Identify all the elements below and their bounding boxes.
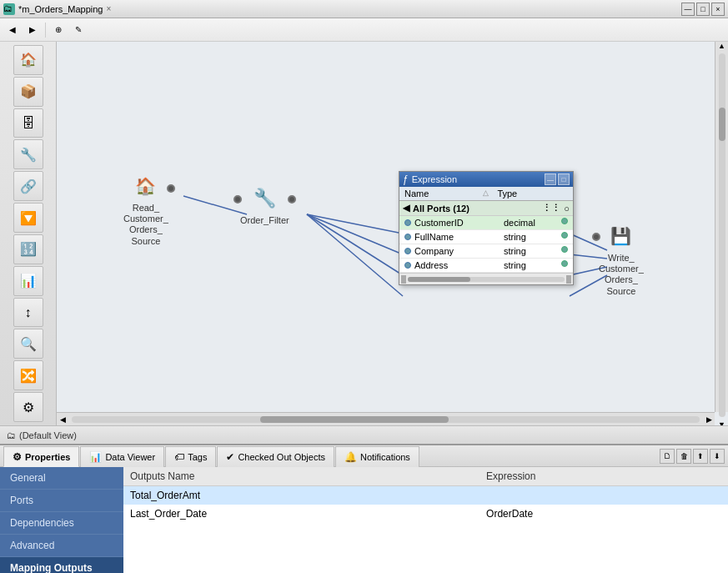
tool-transform[interactable]: 🔧	[13, 139, 43, 169]
widget-h-scrollbar[interactable]	[399, 273, 573, 284]
v-scroll-up[interactable]: ▲	[715, 42, 728, 50]
widget-controls: — □	[545, 173, 570, 185]
canvas-area: 🏠 📦 🗄 🔧 🔗 🔽 🔢 📊 ↕ 🔍 🔀 ⚙ �	[0, 42, 728, 425]
port-row-address[interactable]: Address string	[399, 259, 573, 273]
edit-button[interactable]: ✎	[69, 21, 88, 39]
title-bar: 🗂 *m_Orders_Mapping × — □ ×	[0, 0, 728, 18]
svg-line-4	[307, 214, 403, 296]
port-name-cell: Company	[399, 244, 499, 259]
nav-general[interactable]: General	[0, 467, 123, 490]
port-type-cell: decimal	[499, 216, 573, 230]
back-button[interactable]: ◀	[3, 21, 22, 39]
tab-checked-out[interactable]: ✔ Checked Out Objects	[217, 446, 334, 467]
tab-tags[interactable]: 🏷 Tags	[165, 446, 216, 467]
tool-agg[interactable]: 📊	[13, 266, 43, 296]
widget-minimize-btn[interactable]: —	[545, 173, 556, 185]
right-port-dot[interactable]	[561, 260, 568, 267]
nav-mapping-outputs[interactable]: Mapping Outputs	[0, 557, 123, 573]
h-scroll-track[interactable]	[72, 416, 700, 423]
tool-expr[interactable]: 🔢	[13, 234, 43, 264]
h-scroll-thumb[interactable]	[260, 416, 449, 423]
read-node-icon: 🏠	[131, 171, 161, 201]
svg-line-3	[307, 214, 403, 275]
tab-notifications[interactable]: 🔔 Notifications	[335, 446, 419, 467]
left-port-dot[interactable]	[404, 262, 411, 269]
table-row[interactable]: Last_Order_Date OrderDate	[123, 505, 728, 523]
group-port-icon: ○	[564, 204, 570, 214]
panel-controls: 🗋 🗑 ⬆ ⬇	[660, 449, 725, 464]
canvas-h-scrollbar[interactable]: ◀ ▶	[57, 412, 715, 425]
widget-maximize-btn[interactable]: □	[558, 173, 570, 185]
right-port-dot[interactable]	[561, 218, 568, 224]
panel-import-btn[interactable]: ⬇	[710, 449, 725, 464]
tool-lookup[interactable]: 🔍	[13, 329, 43, 359]
left-toolbar: 🏠 📦 🗄 🔧 🔗 🔽 🔢 📊 ↕ 🔍 🔀 ⚙	[0, 42, 57, 425]
filter-input-port[interactable]	[233, 195, 242, 204]
write-input-port[interactable]	[592, 233, 600, 241]
status-label: (Default View)	[19, 430, 77, 440]
filter-output-port[interactable]	[288, 195, 296, 204]
group-expand-icon[interactable]: ◀	[403, 203, 409, 214]
v-scroll-track[interactable]	[719, 53, 725, 417]
tool-source[interactable]: 📦	[13, 77, 43, 107]
tab-data-viewer[interactable]: 📊 Data Viewer	[80, 446, 164, 467]
tool-sort[interactable]: ↕	[13, 298, 43, 328]
close-tab-icon[interactable]: ×	[107, 4, 112, 13]
panel-export-btn[interactable]: ⬆	[693, 449, 708, 464]
port-row-customerid[interactable]: CustomerID decimal	[399, 216, 573, 230]
h-scroll-left[interactable]: ◀	[57, 415, 68, 424]
svg-line-1	[307, 214, 403, 234]
tool-target[interactable]: 🗄	[13, 108, 43, 138]
canvas-work-area[interactable]: 🏠 Read_Customer_Orders_Source 🔧 Order_Fi…	[57, 42, 715, 412]
v-scroll-down[interactable]: ▼	[715, 420, 728, 425]
right-port-dot[interactable]	[561, 246, 568, 253]
v-scroll-thumb[interactable]	[719, 108, 725, 141]
read-output-port[interactable]	[167, 184, 175, 193]
port-row-fullname[interactable]: FullName string	[399, 230, 573, 244]
nav-ports[interactable]: Ports	[0, 490, 123, 512]
col-outputs-name-header: Outputs Name	[123, 467, 479, 486]
tags-tab-icon: 🏷	[174, 451, 184, 463]
nav-dependencies[interactable]: Dependencies	[0, 512, 123, 535]
status-bar: 🗂 (Default View)	[0, 425, 728, 444]
table-header-row: Outputs Name Expression	[123, 467, 728, 486]
tool-filter[interactable]: 🔽	[13, 203, 43, 233]
tool-joiner[interactable]: 🔗	[13, 171, 43, 201]
filter-node[interactable]: 🔧 Order_Filter	[240, 183, 289, 226]
tab-properties[interactable]: ⚙ Properties	[3, 446, 79, 467]
add-button[interactable]: ⊕	[49, 21, 68, 39]
panel-delete-btn[interactable]: 🗑	[676, 449, 691, 464]
h-scroll-right[interactable]: ▶	[703, 415, 715, 424]
properties-tab-icon: ⚙	[13, 451, 22, 463]
window-controls: — □ ×	[681, 3, 725, 16]
tool-custom[interactable]: ⚙	[13, 392, 43, 422]
right-port-dot[interactable]	[561, 232, 568, 239]
tool-router[interactable]: 🔀	[13, 360, 43, 390]
left-port-dot[interactable]	[404, 234, 411, 240]
canvas-v-scrollbar[interactable]: ▲ ▼	[715, 42, 728, 412]
bottom-panel: ⚙ Properties 📊 Data Viewer 🏷 Tags ✔ Chec…	[0, 444, 728, 573]
filter-node-icon: 🔧	[249, 183, 279, 214]
write-node[interactable]: 💾 Write_Customer_Orders_Source	[599, 221, 644, 297]
outputs-table: Outputs Name Expression Total_OrderAmt L…	[123, 467, 728, 523]
expression-titlebar[interactable]: ƒ Expression — □	[399, 172, 573, 187]
tags-tab-label: Tags	[188, 452, 207, 462]
port-type-cell: string	[499, 259, 573, 273]
widget-title-left: ƒ Expression	[403, 173, 457, 185]
table-row[interactable]: Total_OrderAmt	[123, 486, 728, 505]
panel-new-btn[interactable]: 🗋	[660, 449, 675, 464]
minimize-button[interactable]: —	[681, 3, 695, 16]
forward-button[interactable]: ▶	[23, 21, 42, 39]
port-name-cell: Address	[399, 259, 499, 273]
close-button[interactable]: ×	[711, 3, 725, 16]
maximize-button[interactable]: □	[696, 3, 710, 16]
sort-icon: △	[483, 188, 489, 197]
left-port-dot[interactable]	[404, 248, 411, 254]
status-icon: 🗂	[7, 430, 16, 440]
tool-home[interactable]: 🏠	[13, 45, 43, 75]
read-node[interactable]: 🏠 Read_Customer_Orders_Source	[123, 171, 168, 247]
port-row-company[interactable]: Company string	[399, 244, 573, 259]
group-label: All Ports (12)	[413, 204, 469, 214]
left-port-dot[interactable]	[404, 219, 411, 226]
nav-advanced[interactable]: Advanced	[0, 535, 123, 557]
